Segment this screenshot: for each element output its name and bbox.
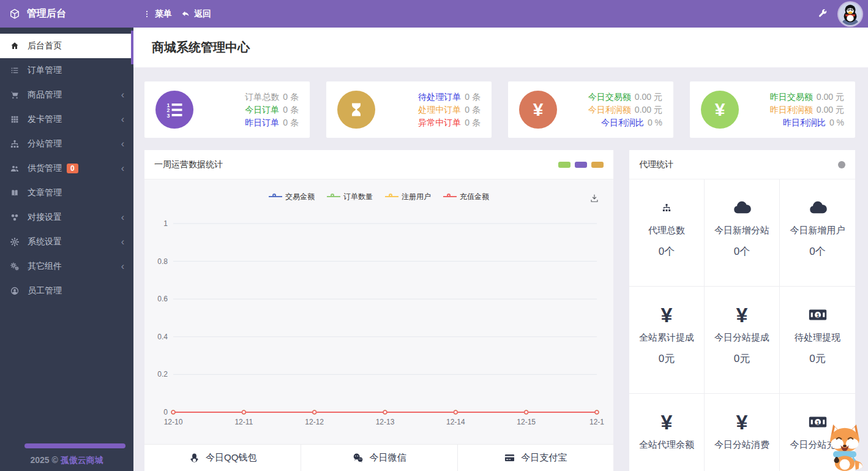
agent-stat-cell: ¥ 全站累计提成 0元: [629, 287, 705, 394]
agent-stats-grid: 代理总数 0个 今日新增分站 0个 今日新增用户 0个 ¥ 全站累计提成 0元 …: [629, 179, 855, 471]
sidebar-item[interactable]: 系统设置 ‹: [0, 230, 133, 254]
range-button[interactable]: [591, 162, 604, 168]
agent-stat-cell: 代理总数 0个: [629, 179, 705, 287]
sidebar-item[interactable]: 员工管理 ‹: [0, 279, 133, 303]
yen-icon: ¥: [519, 91, 557, 129]
sidebar-vertical-scrollbar[interactable]: [131, 31, 133, 64]
sitemap-icon: [9, 139, 20, 149]
status-dot: [838, 161, 845, 168]
cloud-icon: [731, 197, 752, 219]
svg-text:3: 3: [167, 113, 170, 119]
agent-panel-title: 代理统计: [639, 159, 673, 170]
chart-body: 交易金额 订单数量 注册用户 充值金额 00.20.40.60.8112-101…: [144, 179, 613, 444]
stat-row: 昨日利润比 0 %: [770, 116, 844, 129]
svg-text:12-10: 12-10: [164, 418, 183, 426]
pay-tab[interactable]: 今日支付宝: [457, 445, 613, 471]
app-title: 管理后台: [27, 7, 66, 20]
stat-card: 123 订单总数 0 条 今日订单 0 条 昨日订单 0 条: [144, 81, 310, 138]
gear-icon: [9, 237, 20, 247]
menu-button[interactable]: 菜单: [143, 9, 172, 20]
book-icon: [9, 188, 20, 198]
svg-text:12-14: 12-14: [446, 418, 465, 426]
user-avatar[interactable]: [839, 2, 862, 26]
svg-text:12-13: 12-13: [376, 418, 395, 426]
chart-panel-header: 一周运营数据统计: [144, 150, 613, 179]
sidebar-menu: 后台首页 ‹ 订单管理 ‹ 商品管理 ‹ 发卡管理 ‹ 分站管理 ‹ 供货管理 …: [0, 28, 133, 303]
sidebar-item[interactable]: 文章管理 ‹: [0, 181, 133, 205]
legend-item[interactable]: 交易金额: [269, 192, 315, 202]
chevron-left-icon: ‹: [121, 90, 124, 100]
stat-row: 今日利润额 0.00 元: [588, 104, 662, 116]
hourglass-icon: [337, 91, 375, 129]
alipay-card-icon: [504, 452, 515, 464]
svg-text:0.4: 0.4: [157, 333, 168, 341]
sidebar-footer: 2025 © 孤傲云商城: [0, 455, 133, 466]
wrench-icon: [817, 9, 828, 19]
chart-legend: 交易金额 订单数量 注册用户 充值金额: [144, 187, 613, 206]
agent-stat-cell: 今日新增用户 0个: [780, 179, 855, 287]
pay-tab[interactable]: 今日微信: [301, 445, 457, 471]
agent-panel-header: 代理统计: [629, 150, 855, 179]
yen-icon: ¥: [701, 91, 739, 129]
dots-icon: [143, 10, 151, 18]
chart-panel-title: 一周运营数据统计: [154, 159, 223, 170]
stat-row: 订单总数 0 条: [245, 91, 299, 104]
list-ol-icon: 123: [155, 91, 193, 129]
chevron-left-icon: ‹: [121, 213, 124, 222]
download-chart-button[interactable]: [589, 193, 600, 204]
svg-text:0.6: 0.6: [157, 295, 168, 303]
sidebar-item[interactable]: 其它组件 ‹: [0, 254, 133, 279]
qq-icon: [189, 452, 200, 464]
stat-row: 今日订单 0 条: [245, 104, 299, 116]
legend-item[interactable]: 充值金额: [443, 192, 489, 202]
stat-row: 今日利润比 0 %: [588, 116, 662, 129]
sidebar-horizontal-scrollbar[interactable]: [24, 443, 125, 448]
stat-row: 处理中订单 0 条: [418, 104, 481, 116]
range-button[interactable]: [575, 162, 587, 168]
svg-text:0: 0: [163, 408, 168, 416]
agent-stat-cell: 今日新增分站 0个: [705, 179, 780, 287]
sidebar-item[interactable]: 商品管理 ‹: [0, 83, 133, 107]
stat-card: ¥ 今日交易额 0.00 元 今日利润额 0.00 元 今日利润比 0 %: [508, 81, 673, 138]
sidebar-item[interactable]: 发卡管理 ‹: [0, 107, 133, 132]
cart-icon: [9, 90, 20, 100]
yen-icon: ¥: [661, 304, 673, 326]
wrench-button[interactable]: [817, 9, 828, 19]
agent-panel: 代理统计 代理总数 0个 今日新增分站 0个 今日新增用户 0个 ¥ 全站累计提…: [629, 150, 855, 471]
stat-row: 待处理订单 0 条: [418, 91, 481, 104]
legend-marker-icon: [443, 196, 457, 197]
stat-row: 昨日交易额 0.00 元: [770, 91, 844, 104]
sidebar-item[interactable]: 对接设置 ‹: [0, 205, 133, 230]
legend-item[interactable]: 注册用户: [385, 192, 431, 202]
svg-text:1: 1: [816, 419, 820, 426]
legend-item[interactable]: 订单数量: [327, 192, 373, 202]
svg-text:12-12: 12-12: [305, 418, 324, 426]
stat-row: 今日交易额 0.00 元: [588, 91, 662, 104]
agent-stat-cell: 1 待处理提现 0元: [780, 287, 855, 394]
page-header: 商城系统管理中心: [133, 28, 868, 67]
chevron-left-icon: ‹: [121, 139, 124, 149]
stat-cards-row: 123 订单总数 0 条 今日订单 0 条 昨日订单 0 条 待处理订单 0 条…: [144, 81, 855, 138]
page-title: 商城系统管理中心: [152, 39, 250, 56]
money-bill-icon: 1: [807, 304, 828, 326]
svg-text:12-15: 12-15: [517, 418, 536, 426]
stat-row: 异常中订单 0 条: [418, 116, 481, 129]
range-button[interactable]: [558, 162, 571, 168]
sidebar-item[interactable]: 供货管理 0 ‹: [0, 156, 133, 181]
yen-icon: ¥: [736, 304, 748, 326]
chevron-left-icon: ‹: [121, 164, 124, 173]
sidebar-item[interactable]: 订单管理 ‹: [0, 58, 133, 83]
back-button[interactable]: 返回: [181, 9, 211, 20]
yen-icon: ¥: [661, 411, 673, 433]
chevron-left-icon: ‹: [121, 115, 124, 124]
agent-stat-cell: ¥ 全站代理余额: [629, 394, 705, 471]
footer-brand-link[interactable]: 孤傲云商城: [61, 455, 103, 465]
pay-tab[interactable]: 今日QQ钱包: [144, 445, 301, 471]
sidebar-item[interactable]: 后台首页 ‹: [0, 34, 133, 58]
sidebar-item[interactable]: 分站管理 ‹: [0, 132, 133, 156]
chart-panel: 一周运营数据统计 交易金额 订单数量 注册用户 充值金额 00.20.40.60…: [144, 150, 613, 471]
cube-icon: [9, 8, 21, 20]
user-circle-icon: [9, 286, 20, 296]
svg-text:1: 1: [816, 312, 820, 318]
range-buttons: [558, 162, 604, 168]
